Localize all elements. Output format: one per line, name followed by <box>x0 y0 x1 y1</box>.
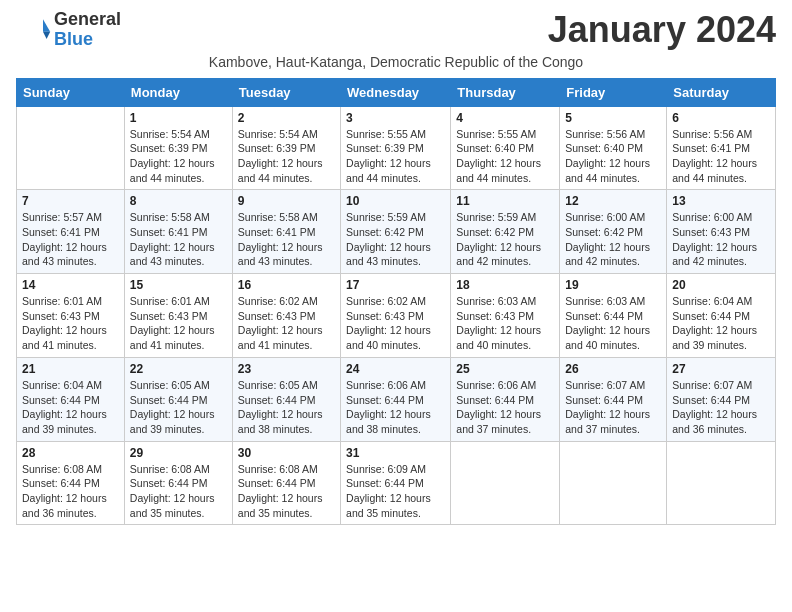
calendar-cell: 12Sunrise: 6:00 AMSunset: 6:42 PMDayligh… <box>560 190 667 274</box>
col-saturday: Saturday <box>667 78 776 106</box>
calendar-cell: 26Sunrise: 6:07 AMSunset: 6:44 PMDayligh… <box>560 357 667 441</box>
logo-general: General <box>54 10 121 30</box>
calendar-cell: 17Sunrise: 6:02 AMSunset: 6:43 PMDayligh… <box>341 274 451 358</box>
calendar-cell: 23Sunrise: 6:05 AMSunset: 6:44 PMDayligh… <box>232 357 340 441</box>
calendar-cell: 21Sunrise: 6:04 AMSunset: 6:44 PMDayligh… <box>17 357 125 441</box>
calendar-week-row: 14Sunrise: 6:01 AMSunset: 6:43 PMDayligh… <box>17 274 776 358</box>
calendar-week-row: 21Sunrise: 6:04 AMSunset: 6:44 PMDayligh… <box>17 357 776 441</box>
day-info: Sunrise: 6:01 AMSunset: 6:43 PMDaylight:… <box>22 294 119 353</box>
calendar-cell: 1Sunrise: 5:54 AMSunset: 6:39 PMDaylight… <box>124 106 232 190</box>
calendar-cell: 11Sunrise: 5:59 AMSunset: 6:42 PMDayligh… <box>451 190 560 274</box>
calendar-cell: 5Sunrise: 5:56 AMSunset: 6:40 PMDaylight… <box>560 106 667 190</box>
svg-marker-1 <box>43 32 50 39</box>
day-info: Sunrise: 5:56 AMSunset: 6:40 PMDaylight:… <box>565 127 661 186</box>
calendar-cell: 14Sunrise: 6:01 AMSunset: 6:43 PMDayligh… <box>17 274 125 358</box>
day-info: Sunrise: 6:03 AMSunset: 6:44 PMDaylight:… <box>565 294 661 353</box>
calendar-cell: 9Sunrise: 5:58 AMSunset: 6:41 PMDaylight… <box>232 190 340 274</box>
day-number: 23 <box>238 362 335 376</box>
day-info: Sunrise: 6:05 AMSunset: 6:44 PMDaylight:… <box>238 378 335 437</box>
calendar-cell <box>667 441 776 525</box>
header-row: Sunday Monday Tuesday Wednesday Thursday… <box>17 78 776 106</box>
day-number: 25 <box>456 362 554 376</box>
calendar-cell: 31Sunrise: 6:09 AMSunset: 6:44 PMDayligh… <box>341 441 451 525</box>
day-info: Sunrise: 6:09 AMSunset: 6:44 PMDaylight:… <box>346 462 445 521</box>
day-info: Sunrise: 5:58 AMSunset: 6:41 PMDaylight:… <box>238 210 335 269</box>
day-number: 2 <box>238 111 335 125</box>
day-info: Sunrise: 6:07 AMSunset: 6:44 PMDaylight:… <box>672 378 770 437</box>
title-block: January 2024 <box>548 10 776 50</box>
day-number: 19 <box>565 278 661 292</box>
day-info: Sunrise: 5:59 AMSunset: 6:42 PMDaylight:… <box>456 210 554 269</box>
day-info: Sunrise: 6:02 AMSunset: 6:43 PMDaylight:… <box>238 294 335 353</box>
day-info: Sunrise: 5:54 AMSunset: 6:39 PMDaylight:… <box>238 127 335 186</box>
logo-text: General Blue <box>54 10 121 50</box>
logo: General Blue <box>16 10 121 50</box>
calendar-cell: 15Sunrise: 6:01 AMSunset: 6:43 PMDayligh… <box>124 274 232 358</box>
day-info: Sunrise: 6:08 AMSunset: 6:44 PMDaylight:… <box>130 462 227 521</box>
day-info: Sunrise: 6:08 AMSunset: 6:44 PMDaylight:… <box>238 462 335 521</box>
day-info: Sunrise: 6:01 AMSunset: 6:43 PMDaylight:… <box>130 294 227 353</box>
col-thursday: Thursday <box>451 78 560 106</box>
calendar-page: General Blue January 2024 Kambove, Haut-… <box>0 0 792 541</box>
calendar-cell: 24Sunrise: 6:06 AMSunset: 6:44 PMDayligh… <box>341 357 451 441</box>
day-info: Sunrise: 5:55 AMSunset: 6:39 PMDaylight:… <box>346 127 445 186</box>
col-tuesday: Tuesday <box>232 78 340 106</box>
day-info: Sunrise: 6:07 AMSunset: 6:44 PMDaylight:… <box>565 378 661 437</box>
calendar-cell: 16Sunrise: 6:02 AMSunset: 6:43 PMDayligh… <box>232 274 340 358</box>
calendar-header: Sunday Monday Tuesday Wednesday Thursday… <box>17 78 776 106</box>
logo-icon <box>16 12 52 48</box>
day-number: 4 <box>456 111 554 125</box>
day-info: Sunrise: 6:03 AMSunset: 6:43 PMDaylight:… <box>456 294 554 353</box>
day-info: Sunrise: 6:00 AMSunset: 6:43 PMDaylight:… <box>672 210 770 269</box>
day-number: 24 <box>346 362 445 376</box>
calendar-cell: 4Sunrise: 5:55 AMSunset: 6:40 PMDaylight… <box>451 106 560 190</box>
calendar-cell: 18Sunrise: 6:03 AMSunset: 6:43 PMDayligh… <box>451 274 560 358</box>
calendar-cell: 20Sunrise: 6:04 AMSunset: 6:44 PMDayligh… <box>667 274 776 358</box>
day-number: 27 <box>672 362 770 376</box>
day-number: 15 <box>130 278 227 292</box>
col-wednesday: Wednesday <box>341 78 451 106</box>
day-number: 8 <box>130 194 227 208</box>
calendar-cell: 7Sunrise: 5:57 AMSunset: 6:41 PMDaylight… <box>17 190 125 274</box>
day-number: 21 <box>22 362 119 376</box>
day-number: 10 <box>346 194 445 208</box>
col-sunday: Sunday <box>17 78 125 106</box>
calendar-cell: 3Sunrise: 5:55 AMSunset: 6:39 PMDaylight… <box>341 106 451 190</box>
calendar-cell: 27Sunrise: 6:07 AMSunset: 6:44 PMDayligh… <box>667 357 776 441</box>
day-info: Sunrise: 5:58 AMSunset: 6:41 PMDaylight:… <box>130 210 227 269</box>
day-number: 1 <box>130 111 227 125</box>
col-friday: Friday <box>560 78 667 106</box>
day-info: Sunrise: 6:06 AMSunset: 6:44 PMDaylight:… <box>346 378 445 437</box>
calendar-cell: 29Sunrise: 6:08 AMSunset: 6:44 PMDayligh… <box>124 441 232 525</box>
day-number: 29 <box>130 446 227 460</box>
col-monday: Monday <box>124 78 232 106</box>
calendar-cell: 25Sunrise: 6:06 AMSunset: 6:44 PMDayligh… <box>451 357 560 441</box>
day-number: 17 <box>346 278 445 292</box>
day-info: Sunrise: 6:06 AMSunset: 6:44 PMDaylight:… <box>456 378 554 437</box>
calendar-week-row: 7Sunrise: 5:57 AMSunset: 6:41 PMDaylight… <box>17 190 776 274</box>
subtitle: Kambove, Haut-Katanga, Democratic Republ… <box>16 54 776 70</box>
day-info: Sunrise: 6:04 AMSunset: 6:44 PMDaylight:… <box>22 378 119 437</box>
day-number: 5 <box>565 111 661 125</box>
day-info: Sunrise: 5:55 AMSunset: 6:40 PMDaylight:… <box>456 127 554 186</box>
calendar-cell: 10Sunrise: 5:59 AMSunset: 6:42 PMDayligh… <box>341 190 451 274</box>
day-info: Sunrise: 5:57 AMSunset: 6:41 PMDaylight:… <box>22 210 119 269</box>
calendar-cell <box>451 441 560 525</box>
day-number: 3 <box>346 111 445 125</box>
calendar-cell <box>560 441 667 525</box>
calendar-cell: 13Sunrise: 6:00 AMSunset: 6:43 PMDayligh… <box>667 190 776 274</box>
day-number: 16 <box>238 278 335 292</box>
day-info: Sunrise: 6:08 AMSunset: 6:44 PMDaylight:… <box>22 462 119 521</box>
day-number: 30 <box>238 446 335 460</box>
calendar-cell: 28Sunrise: 6:08 AMSunset: 6:44 PMDayligh… <box>17 441 125 525</box>
day-number: 26 <box>565 362 661 376</box>
day-number: 13 <box>672 194 770 208</box>
calendar-body: 1Sunrise: 5:54 AMSunset: 6:39 PMDaylight… <box>17 106 776 525</box>
day-number: 31 <box>346 446 445 460</box>
calendar-table: Sunday Monday Tuesday Wednesday Thursday… <box>16 78 776 526</box>
day-number: 9 <box>238 194 335 208</box>
calendar-cell: 30Sunrise: 6:08 AMSunset: 6:44 PMDayligh… <box>232 441 340 525</box>
day-number: 22 <box>130 362 227 376</box>
calendar-cell: 19Sunrise: 6:03 AMSunset: 6:44 PMDayligh… <box>560 274 667 358</box>
day-number: 20 <box>672 278 770 292</box>
